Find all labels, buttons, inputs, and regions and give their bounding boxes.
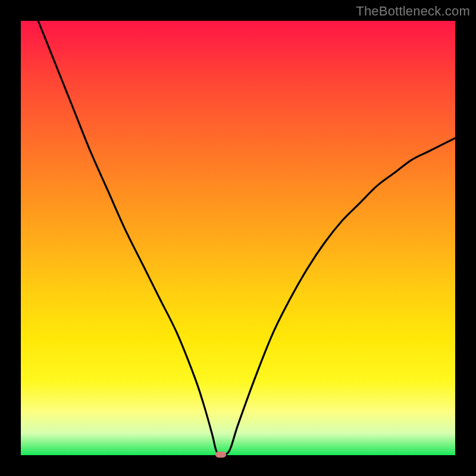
chart-frame: TheBottleneck.com <box>0 0 476 476</box>
watermark-text: TheBottleneck.com <box>356 4 470 19</box>
plot-area <box>21 21 455 455</box>
bottleneck-curve <box>21 21 455 455</box>
minimum-marker <box>215 452 226 458</box>
